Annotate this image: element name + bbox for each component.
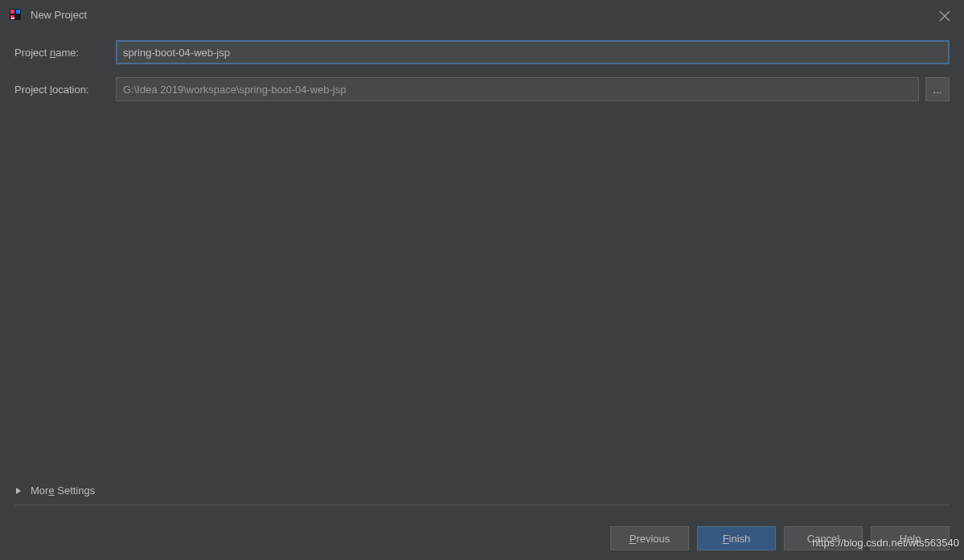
project-name-label: Project name: [14,47,116,59]
finish-button[interactable]: Finish [697,526,776,550]
browse-location-button[interactable]: ... [925,77,950,101]
svg-rect-1 [10,10,14,14]
project-location-input[interactable] [116,77,919,101]
svg-rect-4 [11,18,14,19]
project-location-row: Project location: ... [14,77,950,101]
titlebar: New Project [0,0,964,29]
svg-rect-2 [16,10,20,14]
intellij-icon [8,7,23,22]
more-settings-label: More Settings [31,484,95,497]
close-button[interactable] [935,6,954,26]
button-bar: Previous Finish Cancel Help [610,526,950,550]
project-name-row: Project name: [14,40,950,64]
svg-marker-7 [16,488,21,494]
expand-arrow-icon [14,487,23,495]
close-icon [939,10,950,22]
previous-button[interactable]: Previous [610,526,689,550]
more-settings-toggle[interactable]: More Settings [14,484,950,505]
project-location-label: Project location: [14,84,116,96]
help-button[interactable]: Help [871,526,950,550]
cancel-button[interactable]: Cancel [784,526,863,550]
window-title: New Project [31,9,87,21]
dialog-content: Project name: Project location: ... [0,29,964,101]
project-name-input[interactable] [116,40,950,64]
